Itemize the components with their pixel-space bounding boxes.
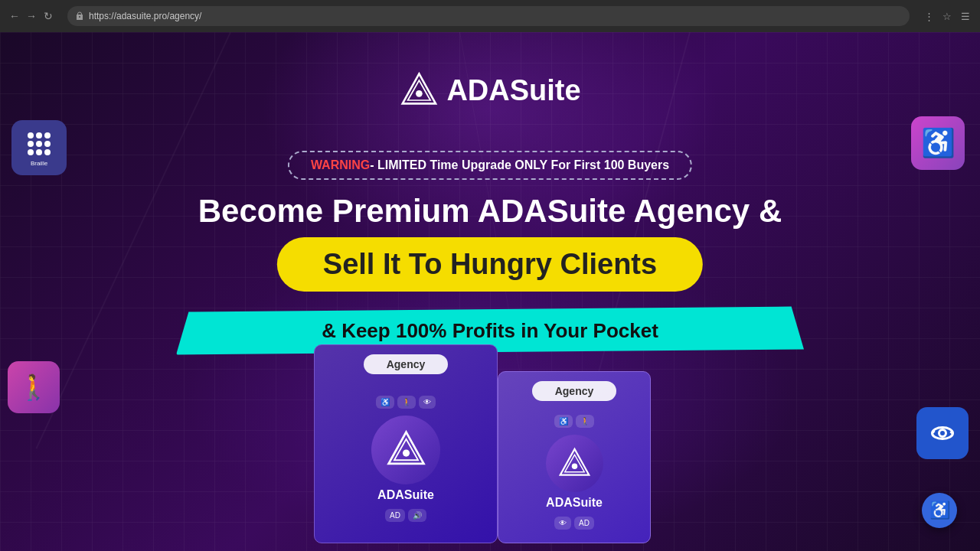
browser-chrome: ← → ↻ https://adasuite.pro/agency/ ⋮ ☆ ☰ <box>0 0 980 32</box>
box-2-logo-svg <box>557 446 592 481</box>
dot <box>44 141 51 147</box>
svg-point-6 <box>416 90 423 97</box>
cta-yellow-button[interactable]: Sell It To Hungry Clients <box>277 237 703 292</box>
refresh-button[interactable]: ↻ <box>41 9 55 23</box>
logo-area: ADASuite <box>399 70 580 110</box>
warning-text: WARNING- LIMITED Time Upgrade ONLY For F… <box>311 158 669 171</box>
url-text: https://adasuite.pro/agency/ <box>89 11 201 21</box>
box-2-label: Agency <box>532 381 617 401</box>
warning-body: - LIMITED Time Upgrade ONLY For First 10… <box>370 158 669 171</box>
dot <box>44 132 51 139</box>
address-bar[interactable]: https://adasuite.pro/agency/ <box>67 6 910 26</box>
menu-button[interactable]: ☰ <box>959 9 972 23</box>
braille-label: Braille <box>31 160 47 167</box>
walking-symbol: 🚶 <box>18 373 49 402</box>
box-2-icon-ad: AD <box>574 517 594 530</box>
box-icon-sound: 🔊 <box>408 509 426 522</box>
logo-text: ADASuite <box>446 74 580 107</box>
box-1-top-icons: ♿ 🚶 👁 <box>368 393 443 412</box>
dot <box>28 149 34 155</box>
dot <box>36 141 42 147</box>
svg-line-3 <box>951 431 953 433</box>
eye-svg <box>929 419 956 447</box>
box-2-bottom-icons: 👁 AD <box>547 514 602 533</box>
browser-nav-buttons: ← → ↻ <box>8 9 55 23</box>
box-2-icon-walking: 🚶 <box>576 415 594 428</box>
warning-prefix: WARNING <box>311 158 370 171</box>
forward-button[interactable]: → <box>24 9 38 23</box>
box-1-logo-svg <box>385 429 427 471</box>
box-2-icon-wheelchair: ♿ <box>554 415 573 428</box>
svg-point-12 <box>571 463 577 469</box>
box-icon-walking: 🚶 <box>397 396 416 409</box>
product-box-1: Agency ♿ 🚶 👁 ADAS <box>314 344 513 551</box>
svg-marker-10 <box>560 448 589 474</box>
browser-action-buttons: ⋮ ☆ ☰ <box>922 9 972 23</box>
cyan-text: & Keep 100% Profits in Your Pocket <box>322 319 658 343</box>
box-1-label: Agency <box>364 354 449 374</box>
braille-dots <box>24 129 54 158</box>
braille-icon-tile: Braille <box>11 120 67 175</box>
box-2-logo-area: ♿ 🚶 ADASuite 👁 AD <box>546 401 603 543</box>
box-2-top-icons: ♿ 🚶 <box>547 412 602 431</box>
extensions-button[interactable]: ⋮ <box>922 9 936 23</box>
accessibility-fab-button[interactable]: ♿ <box>922 493 957 528</box>
box-2-logo-circle <box>546 435 603 492</box>
box-1-bottom-icons: AD 🔊 <box>377 506 434 525</box>
dot <box>28 132 34 139</box>
box-1-logo-area: ♿ 🚶 👁 ADASuite AD <box>368 374 443 543</box>
bookmark-button[interactable]: ☆ <box>940 9 954 23</box>
box-icon-ad: AD <box>385 509 405 522</box>
dot <box>36 149 42 155</box>
box-1-logo-circle <box>371 416 440 484</box>
logo-suite: Suite <box>510 74 581 106</box>
logo-ada: ADA <box>446 74 509 106</box>
product-boxes-container: Agency ♿ 🚶 👁 ADAS <box>314 344 666 551</box>
back-button[interactable]: ← <box>8 9 21 23</box>
box-2-logo-text: ADASuite <box>546 496 603 510</box>
box-visual-1: Agency ♿ 🚶 👁 ADAS <box>314 344 498 543</box>
dot <box>44 149 51 155</box>
box-icon-eye: 👁 <box>419 396 436 409</box>
dot <box>28 141 34 147</box>
box-2-icon-eye: 👁 <box>554 517 571 530</box>
walking-person-icon-tile: 🚶 <box>8 361 60 413</box>
dot <box>36 132 42 139</box>
wheelchair-icon-tile: ♿ <box>911 116 965 170</box>
product-box-2: Agency ♿ 🚶 ADASuite <box>498 371 666 551</box>
eye-icon-tile <box>916 407 969 459</box>
page-content: Braille ♿ 🚶 ADASuite WARNING- LIMITED <box>0 32 980 551</box>
svg-marker-7 <box>388 432 423 464</box>
lock-icon <box>75 11 84 21</box>
box-icon-wheelchair: ♿ <box>376 396 394 409</box>
headline-1: Become Premium ADASuite Agency & <box>198 193 782 230</box>
svg-line-2 <box>933 431 935 433</box>
svg-point-9 <box>402 450 409 457</box>
warning-badge: WARNING- LIMITED Time Upgrade ONLY For F… <box>288 151 692 180</box>
svg-point-1 <box>939 430 946 437</box>
box-1-logo-text: ADASuite <box>377 488 434 502</box>
logo-icon <box>399 70 439 110</box>
wheelchair-symbol: ♿ <box>921 127 956 159</box>
svg-marker-4 <box>403 73 436 103</box>
box-visual-2: Agency ♿ 🚶 ADASuite <box>498 371 651 543</box>
accessibility-symbol: ♿ <box>929 500 950 520</box>
